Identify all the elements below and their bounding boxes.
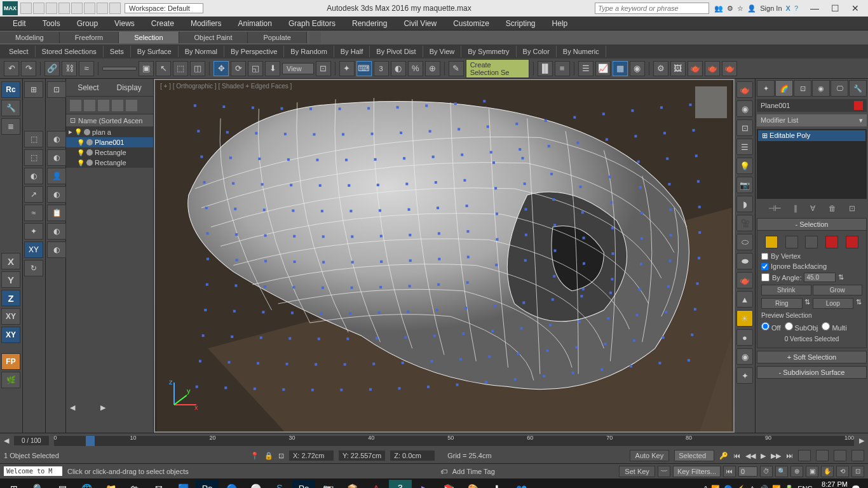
menu-animation[interactable]: Animation bbox=[231, 18, 280, 29]
polygon-mode-icon[interactable] bbox=[825, 236, 838, 248]
user-icon[interactable]: 👤 bbox=[747, 4, 756, 13]
lt2-b4[interactable]: ↗ bbox=[24, 186, 43, 203]
goto-start-icon[interactable]: ⏮ bbox=[723, 466, 736, 477]
lt3-b2[interactable]: ◐ bbox=[47, 131, 66, 147]
ri-b11[interactable]: 🫖 bbox=[736, 272, 753, 288]
select-rotate-button[interactable]: ⟳ bbox=[231, 61, 246, 76]
tray-a1[interactable]: 📶 bbox=[711, 485, 720, 489]
modify-tab[interactable]: 🌈 bbox=[775, 80, 793, 97]
keyfilter-icon[interactable]: 〰 bbox=[658, 466, 670, 477]
zoom-ext-icon[interactable]: 🔍 bbox=[775, 466, 788, 477]
workspace-dropdown[interactable]: Workspace: Default bbox=[125, 3, 203, 13]
zoom-icon[interactable]: ⊕ bbox=[790, 466, 803, 477]
ribbon-tab-populate[interactable]: Populate bbox=[248, 32, 306, 43]
autokey-button[interactable]: Auto Key bbox=[630, 450, 670, 461]
keyfilters-button[interactable]: Key Filters... bbox=[673, 466, 721, 477]
create-tab[interactable]: ✦ bbox=[757, 80, 775, 97]
app4-icon[interactable]: 📚 bbox=[437, 480, 460, 488]
sketchup-icon[interactable]: S bbox=[268, 480, 291, 488]
select-move-button[interactable]: ✥ bbox=[214, 61, 229, 76]
lt2-b6[interactable]: ✦ bbox=[24, 223, 43, 240]
ri-camera-icon[interactable]: 📷 bbox=[736, 177, 753, 193]
sel-byview[interactable]: By View bbox=[423, 46, 462, 57]
lt-bottom-button[interactable]: 🌿 bbox=[1, 372, 20, 388]
menu-create[interactable]: Create bbox=[144, 18, 182, 29]
y-axis-button[interactable]: Y bbox=[1, 271, 20, 288]
scene-item-rect1[interactable]: 💡Rectangle bbox=[66, 147, 153, 158]
shrink-button[interactable]: Shrink bbox=[761, 285, 811, 295]
pivot-button[interactable]: ⊡ bbox=[316, 61, 331, 76]
fs-icon[interactable]: 📷 bbox=[316, 480, 339, 488]
ps-icon[interactable]: Ps bbox=[196, 480, 219, 488]
undo-button[interactable]: ↶ bbox=[4, 61, 19, 76]
modifier-stack[interactable]: ⊞ Editable Poly bbox=[757, 129, 867, 199]
object-color-swatch[interactable] bbox=[854, 101, 863, 110]
play-end-icon[interactable]: ⏭ bbox=[786, 452, 793, 459]
by-vertex-checkbox[interactable]: By Vertex bbox=[761, 251, 862, 261]
ri-b4[interactable]: ☰ bbox=[736, 139, 753, 155]
search-button[interactable]: 🔍 bbox=[27, 480, 50, 488]
app2-icon[interactable]: ⚪ bbox=[244, 480, 267, 488]
axis-gizmo[interactable]: z x y bbox=[168, 379, 200, 412]
configure-icon[interactable]: ⊡ bbox=[849, 204, 855, 213]
lock-icon[interactable]: 📍 bbox=[250, 452, 259, 460]
autocad-icon[interactable]: A bbox=[365, 480, 388, 488]
snap-toggle-button[interactable]: 3 bbox=[374, 61, 389, 76]
view-cube[interactable] bbox=[695, 86, 727, 118]
tray-a2[interactable]: 🔵 bbox=[724, 485, 733, 489]
edge-mode-icon[interactable] bbox=[785, 236, 798, 248]
sel-bycolor[interactable]: By Color bbox=[517, 46, 557, 57]
ribbon-tab-objectpaint[interactable]: Object Paint bbox=[179, 32, 248, 43]
signin-link[interactable]: Sign In bbox=[760, 4, 782, 12]
mirror-button[interactable]: ▐▌ bbox=[538, 61, 553, 76]
lt-button-2[interactable]: 🔧 bbox=[1, 100, 20, 116]
infocenter-search[interactable] bbox=[595, 3, 709, 14]
close-button[interactable]: ✕ bbox=[845, 1, 865, 15]
sel-byperspective[interactable]: By Perspective bbox=[224, 46, 284, 57]
open-icon[interactable] bbox=[33, 3, 44, 14]
menu-views[interactable]: Views bbox=[107, 18, 142, 29]
border-mode-icon[interactable] bbox=[805, 236, 818, 248]
fp-button[interactable]: FP bbox=[1, 353, 20, 370]
ri-b7[interactable]: ◗ bbox=[736, 196, 753, 212]
taskview-button[interactable]: ▤ bbox=[51, 480, 74, 488]
play-start-icon[interactable]: ⏮ bbox=[733, 452, 740, 459]
refcoord-dropdown[interactable]: View bbox=[282, 63, 314, 74]
scene-item-plan[interactable]: ▸💡plan a bbox=[66, 126, 153, 137]
render-button[interactable]: 🫖 bbox=[688, 61, 703, 76]
layers-button[interactable]: ☰ bbox=[578, 61, 593, 76]
motion-tab[interactable]: ◉ bbox=[812, 80, 830, 97]
scroll-right-icon[interactable]: ▶ bbox=[100, 403, 105, 412]
timeline-track[interactable]: 0 10 20 30 40 50 60 70 80 90 100 bbox=[54, 436, 854, 446]
tray-a4[interactable]: ⚠ bbox=[749, 485, 756, 489]
stack-editable-poly[interactable]: ⊞ Editable Poly bbox=[758, 130, 865, 141]
add-time-tag[interactable]: Add Time Tag bbox=[452, 468, 495, 475]
ribbon-expand-icon[interactable] bbox=[309, 32, 321, 43]
lt3-b4[interactable]: 👤 bbox=[47, 168, 66, 184]
viewport-label[interactable]: [ + ] [ Orthographic ] [ Shaded + Edged … bbox=[160, 83, 292, 90]
new-icon[interactable] bbox=[20, 3, 32, 14]
scene-item-plane001[interactable]: 💡Plane001 bbox=[66, 137, 153, 147]
lt2-b7[interactable]: XY bbox=[24, 241, 43, 258]
setkey-button[interactable]: Set Key bbox=[619, 466, 655, 477]
unlink-button[interactable]: ⛓ bbox=[62, 61, 77, 76]
lt-button-3[interactable]: ≣ bbox=[1, 118, 20, 135]
vertex-mode-icon[interactable] bbox=[765, 236, 778, 248]
show-end-icon[interactable]: ∥ bbox=[794, 204, 797, 213]
exchange-x-icon[interactable]: X bbox=[786, 4, 790, 12]
tray-vol[interactable]: 🔊 bbox=[759, 485, 768, 489]
play-next-icon[interactable]: ▶▶ bbox=[771, 452, 781, 460]
notifications-icon[interactable]: 💬 bbox=[851, 485, 860, 489]
schematic-button[interactable]: ▦ bbox=[613, 61, 628, 76]
lt3-b8[interactable]: ◐ bbox=[47, 241, 66, 258]
ri-b8[interactable]: 🎥 bbox=[736, 215, 753, 231]
preview-multi-radio[interactable]: Multi bbox=[822, 322, 846, 332]
sel-select[interactable]: Select bbox=[3, 46, 36, 57]
loop-button[interactable]: Loop bbox=[813, 298, 854, 309]
save-icon[interactable] bbox=[46, 3, 57, 14]
selection-rollout-header[interactable]: - Selection bbox=[757, 218, 867, 231]
play-button[interactable]: ▶ bbox=[761, 452, 766, 460]
maxscript-listener[interactable]: Welcome to M bbox=[4, 466, 62, 476]
percent-snap-button[interactable]: % bbox=[408, 61, 423, 76]
play-prev-icon[interactable]: ◀◀ bbox=[745, 452, 756, 460]
